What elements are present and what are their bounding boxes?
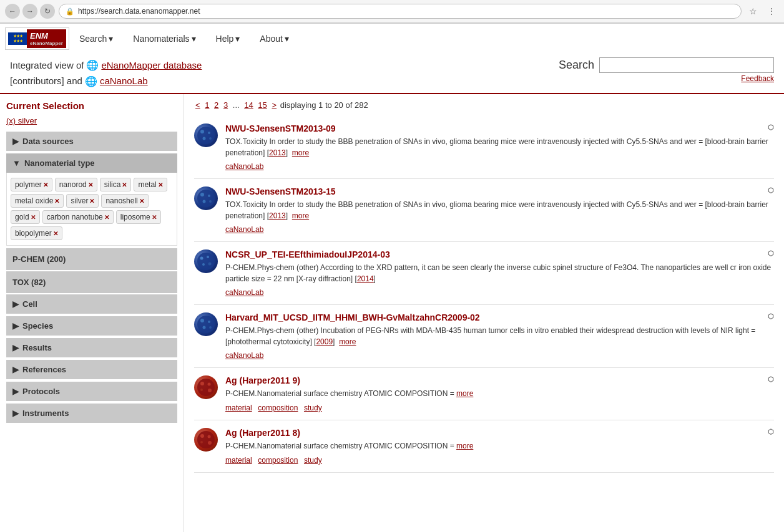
feedback-link[interactable]: Feedback bbox=[741, 74, 774, 83]
facet-protocols-header[interactable]: ▶ Protocols bbox=[6, 382, 177, 401]
year-link-3[interactable]: 2014 bbox=[357, 274, 374, 283]
svg-point-15 bbox=[197, 316, 215, 333]
pagination-page-1[interactable]: 1 bbox=[205, 100, 209, 110]
header-search-input[interactable] bbox=[599, 57, 774, 73]
nanoparticle-svg-6 bbox=[195, 429, 217, 450]
external-link-icon-5[interactable]: ⬡ bbox=[768, 375, 774, 384]
tag-gold-remove[interactable]: ✕ bbox=[31, 214, 36, 221]
nanomaterial-type-label: Nanomaterial type bbox=[24, 158, 95, 168]
nav-help[interactable]: Help ▾ bbox=[206, 26, 250, 51]
address-bar[interactable]: 🔒 https://search.data.enanomapper.net bbox=[59, 4, 742, 19]
result-title-link-3[interactable]: NCSR_UP_TEI-EEfthimiadouIJP2014-03 bbox=[225, 249, 390, 259]
tag-gold[interactable]: gold✕ bbox=[11, 210, 40, 224]
result-title-link-6[interactable]: Ag (Harper2011 8) bbox=[225, 428, 300, 438]
more-link-6[interactable]: more bbox=[456, 442, 473, 450]
tag-study-5[interactable]: study bbox=[304, 404, 322, 412]
facet-instruments-header[interactable]: ▶ Instruments bbox=[6, 404, 177, 423]
tag-metal-remove[interactable]: ✕ bbox=[158, 181, 163, 188]
tag-polymer-remove[interactable]: ✕ bbox=[43, 181, 48, 188]
source-link-4[interactable]: caNanoLab bbox=[225, 351, 263, 360]
tag-silver[interactable]: silver✕ bbox=[66, 194, 99, 208]
tag-nanorod[interactable]: nanorod✕ bbox=[55, 178, 97, 191]
cananolablink[interactable]: caNanoLab bbox=[100, 74, 148, 89]
logo-container: ★★★★★★ ENM eNanoMapper bbox=[5, 27, 69, 50]
nano-red-icon-6 bbox=[194, 428, 218, 452]
more-link-4[interactable]: more bbox=[339, 337, 356, 346]
facet-cell-header[interactable]: ▶ Cell bbox=[6, 294, 177, 314]
tag-silica-remove[interactable]: ✕ bbox=[122, 181, 127, 188]
external-link-icon-6[interactable]: ⬡ bbox=[768, 428, 774, 436]
pagination-page-15[interactable]: 15 bbox=[258, 100, 267, 110]
enanomapper-link[interactable]: eNanoMapper database bbox=[101, 58, 202, 73]
year-link-2[interactable]: 2013 bbox=[269, 211, 286, 220]
svg-point-11 bbox=[200, 257, 203, 260]
tag-carbon-nanotube-remove[interactable]: ✕ bbox=[104, 214, 109, 221]
source-link-1[interactable]: caNanoLab bbox=[225, 162, 263, 171]
tag-material-6[interactable]: material bbox=[225, 456, 252, 465]
facet-data-sources-header[interactable]: ▶ Data sources bbox=[6, 132, 177, 151]
back-button[interactable]: ← bbox=[5, 4, 20, 19]
facet-references-header[interactable]: ▶ References bbox=[6, 360, 177, 379]
reload-button[interactable]: ↻ bbox=[40, 4, 55, 19]
year-link-4[interactable]: 2009 bbox=[316, 337, 333, 346]
more-link-2[interactable]: more bbox=[292, 211, 309, 220]
result-desc-3: P-CHEM.Phys-chem (other) According to th… bbox=[225, 262, 774, 284]
tag-biopolymer-remove[interactable]: ✕ bbox=[53, 230, 58, 237]
tag-silica[interactable]: silica✕ bbox=[100, 178, 132, 191]
tag-biopolymer[interactable]: biopolymer✕ bbox=[11, 226, 62, 240]
external-link-icon-3[interactable]: ⬡ bbox=[768, 249, 774, 258]
more-link-5[interactable]: more bbox=[456, 389, 473, 398]
external-link-icon-4[interactable]: ⬡ bbox=[768, 312, 774, 321]
menu-button[interactable]: ⋮ bbox=[764, 4, 779, 19]
pagination-prev[interactable]: < bbox=[195, 100, 200, 110]
instruments-label: Instruments bbox=[22, 409, 69, 418]
source-link-3[interactable]: caNanoLab bbox=[225, 288, 263, 297]
pagination-page-2[interactable]: 2 bbox=[214, 100, 218, 110]
tag-composition-5[interactable]: composition bbox=[258, 404, 298, 412]
tag-nanorod-remove[interactable]: ✕ bbox=[88, 181, 93, 188]
result-desc-6: P-CHEM.Nanomaterial surface chemistry AT… bbox=[225, 440, 774, 452]
facet-nanomaterial-type-header[interactable]: ▼ Nanomaterial type bbox=[6, 153, 177, 173]
tag-metal-oxide-remove[interactable]: ✕ bbox=[54, 198, 59, 205]
result-title-3: NCSR_UP_TEI-EEfthimiadouIJP2014-03 ⬡ bbox=[225, 249, 774, 259]
forward-button[interactable]: → bbox=[22, 4, 37, 19]
result-title-link-1[interactable]: NWU-SJensenSTM2013-09 bbox=[225, 123, 336, 133]
facet-results: ▶ Results bbox=[6, 338, 177, 357]
nav-about[interactable]: About ▾ bbox=[250, 26, 299, 51]
tag-nanoshell-remove[interactable]: ✕ bbox=[139, 198, 144, 205]
result-title-link-4[interactable]: Harvard_MIT_UCSD_IITM_HHMI_BWH-GvMaltzah… bbox=[225, 312, 480, 322]
nav-nanomaterials[interactable]: Nanomaterials ▾ bbox=[123, 26, 205, 51]
tag-composition-6[interactable]: composition bbox=[258, 456, 298, 465]
facet-species-header[interactable]: ▶ Species bbox=[6, 316, 177, 336]
help-dropdown-icon: ▾ bbox=[235, 34, 240, 44]
tag-polymer[interactable]: polymer✕ bbox=[11, 178, 52, 191]
facet-pchem-link[interactable]: P-CHEM (200) bbox=[6, 248, 177, 270]
tag-metal[interactable]: metal✕ bbox=[134, 178, 167, 191]
facet-results-header[interactable]: ▶ Results bbox=[6, 338, 177, 357]
result-title-link-5[interactable]: Ag (Harper2011 9) bbox=[225, 375, 300, 385]
star-button[interactable]: ☆ bbox=[745, 4, 760, 19]
tag-metal-oxide[interactable]: metal oxide✕ bbox=[11, 194, 64, 208]
tag-nanoshell[interactable]: nanoshell✕ bbox=[101, 194, 148, 208]
source-link-2[interactable]: caNanoLab bbox=[225, 225, 263, 234]
pagination-next[interactable]: > bbox=[272, 100, 277, 110]
active-filter-tag[interactable]: (x) silver bbox=[6, 116, 37, 125]
facet-tox-link[interactable]: TOX (82) bbox=[6, 271, 177, 293]
tag-liposome[interactable]: liposome✕ bbox=[116, 210, 161, 224]
tag-study-6[interactable]: study bbox=[304, 456, 322, 465]
tag-material-5[interactable]: material bbox=[225, 404, 252, 412]
nav-search[interactable]: Search ▾ bbox=[69, 26, 123, 51]
tag-silver-remove[interactable]: ✕ bbox=[89, 198, 94, 205]
pagination-page-14[interactable]: 14 bbox=[244, 100, 253, 110]
browser-actions: ☆ ⋮ bbox=[745, 4, 779, 19]
tag-liposome-remove[interactable]: ✕ bbox=[152, 214, 157, 221]
external-link-icon-1[interactable]: ⬡ bbox=[768, 123, 774, 132]
protocols-arrow-icon: ▶ bbox=[12, 387, 19, 396]
tag-carbon-nanotube[interactable]: carbon nanotube✕ bbox=[42, 210, 114, 224]
result-title-link-2[interactable]: NWU-SJensenSTM2013-15 bbox=[225, 186, 336, 196]
result-source-1: caNanoLab bbox=[225, 162, 774, 171]
external-link-icon-2[interactable]: ⬡ bbox=[768, 186, 774, 195]
pagination-page-3[interactable]: 3 bbox=[223, 100, 228, 110]
more-link-1[interactable]: more bbox=[292, 148, 309, 157]
year-link-1[interactable]: 2013 bbox=[269, 148, 286, 157]
